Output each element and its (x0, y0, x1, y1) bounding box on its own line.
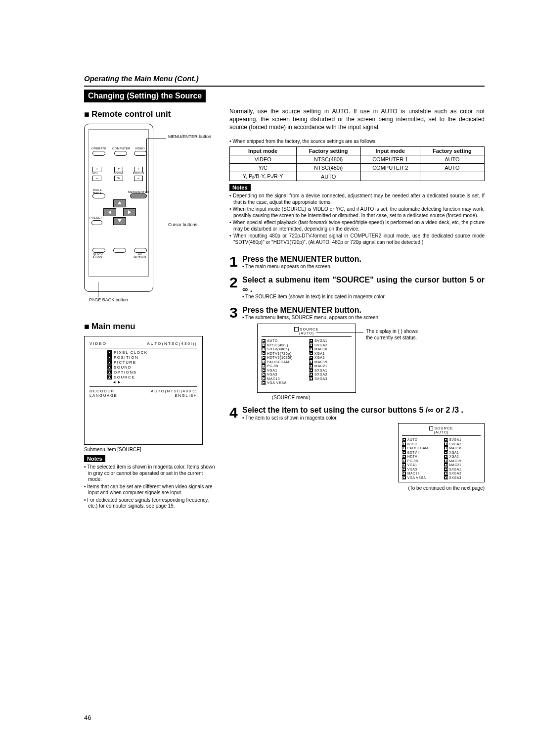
step-title: Select the item to set using the cursor … (242, 405, 485, 415)
square-bullet-icon: ■ (84, 322, 89, 332)
section-title: Operating the Main Menu (Cont.) (84, 74, 485, 83)
square-bullet-icon: ■ (84, 109, 89, 120)
page-number: 46 (84, 714, 91, 721)
callout-cursor: Cursor buttons (168, 223, 197, 228)
source-menu-box: SOURCE (AUTO) AUTO NTSC(480i) SDTV(480p)… (257, 324, 356, 393)
left-column: ■Remote control unit OPERATE COMPUTER VI… (84, 107, 218, 511)
source-menu-caption: (SOURCE menu) (272, 395, 485, 400)
note: • When inputting 480p or 720p-DTV-format… (229, 233, 485, 245)
step-number: 1 (229, 254, 242, 269)
source-lead-text: The display in ( ) shows the currently s… (366, 329, 425, 341)
callout-page-back: PAGE BACK button (89, 298, 128, 303)
step-title: Press the MENU/ENTER button. (242, 254, 485, 264)
cursor-right (123, 208, 136, 216)
cursor-left (103, 208, 116, 216)
label-operate: OPERATE (91, 147, 105, 150)
remote-outline: OPERATE COMPUTER VIDEO VOL. + – ZOOM T W… (84, 124, 153, 292)
label-quick-align: QUICK ALIGN. (90, 253, 105, 259)
step-number: 3 (229, 305, 242, 320)
continued-note: (To be continued on the next page) (242, 485, 485, 492)
notes-label: Notes (84, 455, 105, 462)
cursor-down (113, 217, 126, 225)
menu-top-right: AUTO(NTSC(480i)) (147, 341, 197, 346)
step-number: 2 (229, 275, 242, 290)
step-sub: • The SOURCE item (shown in text) is ind… (242, 294, 485, 300)
label-video: VIDEO (134, 147, 146, 150)
step-sub: • The submenu items, SOURCE menu, appear… (242, 315, 485, 321)
main-menu-box: VIDEO AUTO(NTSC(480i)) PIXEL CLOCK POSIT… (84, 336, 203, 445)
note: • When special effect playback (fast-for… (229, 220, 485, 232)
note: • When the input mode (SOURCE) is VIDEO … (229, 206, 485, 219)
right-column: Normally, use the source setting in AUTO… (229, 107, 485, 511)
menu-top-left: VIDEO (89, 341, 107, 346)
step-1: 1 Press the MENU/ENTER button. • The mai… (229, 254, 485, 270)
ship-note: • When shipped from the factory, the sou… (229, 139, 485, 145)
step-title: Press the MENU/ENTER button. (242, 305, 485, 315)
note: • Items that can be set are different wh… (84, 484, 218, 496)
callout-menu-enter: MENU/ENTER button (168, 135, 218, 140)
step-sub: • The main menu appears on the screen. (242, 264, 485, 270)
intro-text: Normally, use the source setting in AUTO… (229, 107, 485, 132)
topic-bar: Changing (Setting) the Source (84, 90, 206, 102)
manual-page: Operating the Main Menu (Cont.) Changing… (0, 0, 534, 756)
source-menu-box-2: SOURCE (AUTO) AUTO NTSC PAL/SECAM EDTV I… (398, 423, 485, 482)
remote-heading: ■Remote control unit (84, 109, 218, 120)
remote-diagram: OPERATE COMPUTER VIDEO VOL. + – ZOOM T W… (84, 124, 218, 312)
step-title: Select a submenu item "SOURCE" using the… (242, 275, 485, 294)
main-menu-heading: ■Main menu (84, 322, 218, 332)
cursor-up (113, 199, 126, 207)
step-2: 2 Select a submenu item "SOURCE" using t… (229, 275, 485, 300)
label-preset: PRESET (89, 216, 102, 219)
label-computer: COMPUTER (112, 147, 128, 150)
step-sub: • The item to set is shown in magenta co… (242, 415, 485, 422)
step-3: 3 Press the MENU/ENTER button. • The sub… (229, 305, 485, 401)
rule (84, 86, 485, 87)
step-4: 4 Select the item to set using the curso… (229, 405, 485, 491)
label-av-muting: AV MUTING (132, 253, 148, 259)
submenu-caption: Submenu item [SOURCE] (84, 447, 218, 452)
note: • The selected item is shown in magenta … (84, 464, 218, 483)
note: • For dedicated source signals (correspo… (84, 497, 218, 510)
notes-label: Notes (229, 184, 251, 191)
note: • Depending on the signal from a device … (229, 193, 485, 205)
factory-settings-table: Input mode Factory setting Input mode Fa… (229, 146, 485, 181)
step-number: 4 (229, 405, 242, 420)
